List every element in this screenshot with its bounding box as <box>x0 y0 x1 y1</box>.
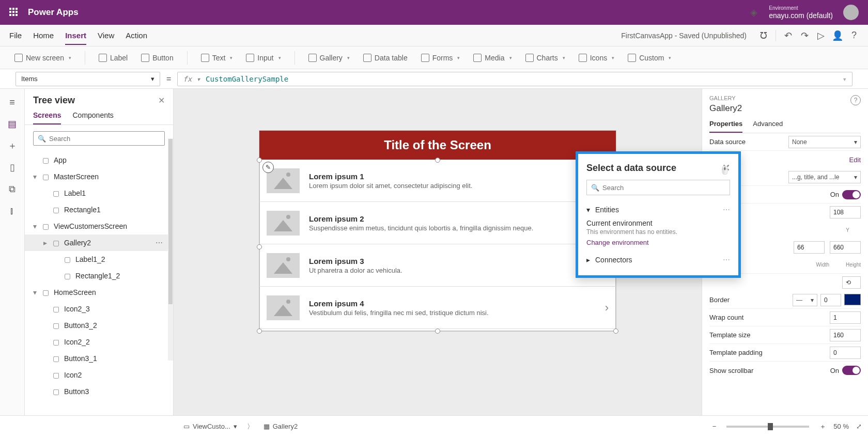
left-rail: ≡ ▤ ＋ ▯ ⧉ ⫿ <box>0 89 25 415</box>
height-input[interactable]: 660 <box>830 241 861 254</box>
app-checker-icon[interactable]: ℧ <box>759 31 768 40</box>
tree-view-icon[interactable]: ▤ <box>7 119 18 129</box>
redo-icon[interactable]: ↷ <box>800 31 809 40</box>
gallery-button[interactable]: Gallery <box>308 54 350 62</box>
tree-search[interactable]: 🔍 <box>33 131 165 146</box>
breadcrumb-screen[interactable]: ▭ ViewCusto... ▾ <box>181 421 240 432</box>
wrap-count-input[interactable]: 1 <box>830 311 861 324</box>
tree-node[interactable]: ▾▢HomeScreen <box>25 284 173 301</box>
input-button[interactable]: Input <box>246 54 281 62</box>
tab-components[interactable]: Components <box>72 111 113 124</box>
help-icon[interactable]: ? <box>849 31 859 40</box>
advanced-tools-icon[interactable]: ⫿ <box>7 206 18 216</box>
menu-action[interactable]: Action <box>126 26 147 45</box>
template-size-input[interactable]: 160 <box>830 329 861 341</box>
insert-ribbon: New screen Label Button Text Input Galle… <box>0 46 868 69</box>
share-icon[interactable]: 👤 <box>833 31 842 40</box>
tree-node[interactable]: ▢Rectangle1 <box>25 201 173 218</box>
tree-node[interactable]: ▢Button3 <box>25 383 173 400</box>
help-icon[interactable]: ? <box>850 95 861 105</box>
border-style-select[interactable]: —▾ <box>793 294 817 306</box>
menu-view[interactable]: View <box>98 26 114 45</box>
charts-button[interactable]: Charts <box>525 54 565 62</box>
tree-node[interactable]: ▾▢MasterScreen <box>25 168 173 185</box>
tree-node[interactable]: ▢App <box>25 152 173 168</box>
tree-node[interactable]: ▢Label1 <box>25 185 173 201</box>
tree-scrollbar[interactable] <box>168 138 173 361</box>
entities-section[interactable]: ▾Entities ⋯ <box>586 202 730 217</box>
data-table-button[interactable]: Data table <box>363 54 408 62</box>
more-icon[interactable]: ⋯ <box>723 206 730 214</box>
selected-control-name[interactable]: Gallery2 <box>709 103 861 114</box>
user-avatar[interactable] <box>843 5 859 20</box>
tree-node[interactable]: ▢Icon2_3 <box>25 301 173 317</box>
tree-node[interactable]: ▢Icon2_2 <box>25 334 173 350</box>
border-width-input[interactable]: 0 <box>820 294 841 306</box>
menu-insert[interactable]: Insert <box>65 26 86 45</box>
tree-search-input[interactable] <box>49 135 160 143</box>
color-sync-icon[interactable]: ⟲ <box>842 276 861 289</box>
edit-template-icon[interactable]: ✎ <box>262 162 274 173</box>
environment-icon[interactable]: ◈ <box>749 8 758 17</box>
template-padding-input[interactable]: 0 <box>830 347 861 359</box>
tree-node[interactable]: ▸▢Gallery2⋯ <box>25 234 173 251</box>
tab-properties[interactable]: Properties <box>709 120 742 133</box>
border-color-swatch[interactable] <box>844 294 861 305</box>
gallery-row[interactable]: Lorem ipsum 3Ut pharetra a dolor ac vehi… <box>259 244 616 287</box>
custom-button[interactable]: Custom <box>628 54 671 62</box>
icons-button[interactable]: Icons <box>579 54 614 62</box>
visible-toggle[interactable] <box>842 190 861 199</box>
tree-node[interactable]: ▢Rectangle1_2 <box>25 268 173 284</box>
data-source-search[interactable]: 🔍 <box>586 180 730 195</box>
change-environment-link[interactable]: Change environment <box>586 239 730 246</box>
app-launcher-icon[interactable] <box>9 8 19 17</box>
connectors-section[interactable]: ▸Connectors ⋯ <box>586 253 730 267</box>
environment-picker[interactable]: Environment enayu.com (default) <box>769 5 833 20</box>
show-scrollbar-toggle[interactable] <box>842 366 861 375</box>
gallery-row[interactable]: Lorem ipsum 4Vestibulum dui felis, fring… <box>259 287 616 329</box>
hamburger-icon[interactable]: ≡ <box>7 97 18 107</box>
edit-fields-link[interactable]: Edit <box>849 156 861 164</box>
media-icon[interactable]: ⧉ <box>7 184 18 194</box>
menu-home[interactable]: Home <box>33 26 54 45</box>
play-icon[interactable]: ▷ <box>816 31 826 40</box>
more-icon[interactable]: ⋯ <box>723 256 730 264</box>
text-button[interactable]: Text <box>201 54 233 62</box>
fit-to-window-icon[interactable]: ⤢ <box>856 423 862 430</box>
media-button[interactable]: Media <box>473 54 512 62</box>
zoom-in-icon[interactable]: ＋ <box>819 422 826 431</box>
close-icon[interactable]: ✕ <box>158 96 165 105</box>
formula-input[interactable]: fx ▾ CustomGallerySample ▾ <box>177 72 853 86</box>
insert-icon[interactable]: ＋ <box>7 140 18 151</box>
gallery-row[interactable]: Lorem ipsum 1Lorem ipsum dolor sit amet,… <box>259 160 616 202</box>
chevron-down-icon: ▾ <box>586 206 590 214</box>
tree-node[interactable]: ▾▢ViewCustomersScreen <box>25 218 173 234</box>
zoom-value: 50 % <box>833 423 849 430</box>
status-bar: ▭ ViewCusto... ▾ 〉 ▦ Gallery2 − ＋ 50 % ⤢ <box>0 415 868 437</box>
zoom-out-icon[interactable]: − <box>712 423 717 430</box>
screen-preview: Title of the Screen Lorem ipsum 1Lorem i… <box>259 130 616 332</box>
tree-node[interactable]: ▢Icon2 <box>25 367 173 383</box>
data-source-select[interactable]: None▾ <box>788 136 861 148</box>
breadcrumb-gallery[interactable]: ▦ Gallery2 <box>261 421 300 432</box>
data-icon[interactable]: ▯ <box>7 162 18 173</box>
tree-node[interactable]: ▢Button3_1 <box>25 350 173 367</box>
new-screen-button[interactable]: New screen <box>14 54 71 62</box>
chevron-right-icon[interactable]: › <box>605 301 609 315</box>
tree-node[interactable]: ▢Label1_2 <box>25 251 173 268</box>
gallery-row[interactable]: Lorem ipsum 2Suspendisse enim metus, tin… <box>259 202 616 244</box>
menu-file[interactable]: File <box>9 26 22 45</box>
zoom-slider[interactable] <box>726 426 809 428</box>
button-button[interactable]: Button <box>141 54 173 62</box>
layout-select[interactable]: ...g, title, and ...le▾ <box>788 171 861 183</box>
tab-screens[interactable]: Screens <box>33 111 61 124</box>
tab-advanced[interactable]: Advanced <box>753 120 783 133</box>
forms-button[interactable]: Forms <box>421 54 460 62</box>
tree-node[interactable]: ▢Button3_2 <box>25 317 173 334</box>
width-input[interactable]: 66 <box>794 241 825 254</box>
search-icon: 🔍 <box>591 184 599 192</box>
y-input[interactable]: 108 <box>830 206 861 218</box>
property-selector[interactable]: Items▾ <box>16 72 160 86</box>
label-button[interactable]: Label <box>99 54 128 62</box>
undo-icon[interactable]: ↶ <box>783 31 793 40</box>
